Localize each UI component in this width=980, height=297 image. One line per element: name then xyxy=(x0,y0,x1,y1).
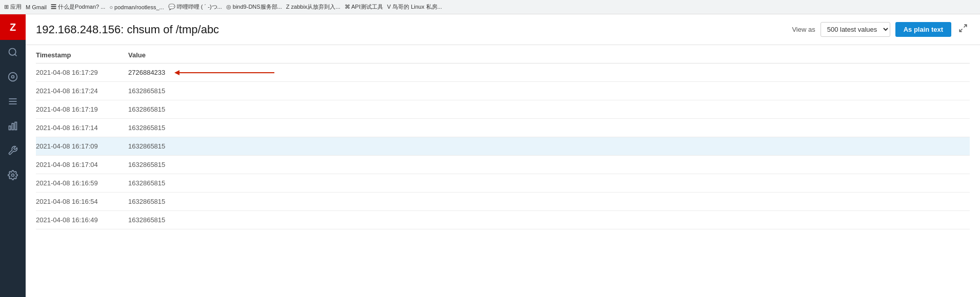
table-row: 2021-04-08 16:17:141632865815 xyxy=(36,119,970,137)
sidebar-logo[interactable]: Z xyxy=(0,14,26,40)
browser-bind9[interactable]: ◎ bind9-DNS服务部... xyxy=(226,3,282,11)
cell-value: 2726884233 xyxy=(128,63,970,82)
browser-zabbix[interactable]: Z zabbix从放弃到入... xyxy=(286,3,341,11)
data-table: Timestamp Value 2021-04-08 16:17:2927268… xyxy=(36,45,970,229)
cell-value: 1632865815 xyxy=(128,137,970,156)
table-area: Timestamp Value 2021-04-08 16:17:2927268… xyxy=(26,45,980,297)
annotation-arrow xyxy=(174,68,277,78)
highlighted-value: 2726884233 xyxy=(128,69,165,76)
browser-niaoge[interactable]: V 鸟哥的 Linux 私房... xyxy=(387,3,442,11)
cell-timestamp: 2021-04-08 16:17:24 xyxy=(36,82,128,100)
table-row: 2021-04-08 16:17:292726884233 xyxy=(36,63,970,82)
svg-point-0 xyxy=(9,49,16,55)
page-header: 192.168.248.156: chsum of /tmp/abc View … xyxy=(26,14,980,45)
table-row: 2021-04-08 16:17:191632865815 xyxy=(36,100,970,119)
sidebar-item-list[interactable] xyxy=(0,89,26,114)
page-title: 192.168.248.156: chsum of /tmp/abc xyxy=(36,23,219,36)
cell-timestamp: 2021-04-08 16:17:19 xyxy=(36,100,128,119)
table-row: 2021-04-08 16:17:091632865815 xyxy=(36,137,970,156)
svg-point-2 xyxy=(9,73,17,81)
svg-marker-14 xyxy=(174,70,179,75)
col-header-value: Value xyxy=(128,45,970,63)
cell-timestamp: 2021-04-08 16:17:04 xyxy=(36,156,128,174)
sidebar-item-wrench[interactable] xyxy=(0,138,26,163)
cell-timestamp: 2021-04-08 16:16:54 xyxy=(36,193,128,211)
cell-value: 1632865815 xyxy=(128,156,970,174)
sidebar: Z xyxy=(0,14,26,297)
table-row: 2021-04-08 16:16:491632865815 xyxy=(36,211,970,229)
col-header-timestamp: Timestamp xyxy=(36,45,128,63)
svg-point-3 xyxy=(12,76,14,78)
table-row: 2021-04-08 16:17:041632865815 xyxy=(36,156,970,174)
svg-point-10 xyxy=(12,174,14,177)
cell-timestamp: 2021-04-08 16:17:14 xyxy=(36,119,128,137)
fullscreen-button[interactable] xyxy=(956,22,970,37)
sidebar-item-monitoring[interactable] xyxy=(0,65,26,89)
sidebar-item-search[interactable] xyxy=(0,40,26,65)
svg-line-11 xyxy=(964,25,967,27)
header-controls: View as 500 latest values 100 latest val… xyxy=(792,22,970,37)
svg-rect-9 xyxy=(15,122,16,130)
svg-rect-8 xyxy=(12,123,13,130)
sidebar-item-charts[interactable] xyxy=(0,114,26,138)
cell-timestamp: 2021-04-08 16:17:09 xyxy=(36,137,128,156)
browser-apps-icon[interactable]: ⊞ 应用 xyxy=(4,3,22,11)
cell-value: 1632865815 xyxy=(128,193,970,211)
browser-bilibili[interactable]: 💬 哔哩哔哩 ( ´ -)つ... xyxy=(168,3,222,11)
cell-value: 1632865815 xyxy=(128,211,970,229)
plain-text-button[interactable]: As plain text xyxy=(895,22,951,37)
table-row: 2021-04-08 16:16:591632865815 xyxy=(36,174,970,193)
main-content: 192.168.248.156: chsum of /tmp/abc View … xyxy=(26,14,980,297)
table-row: 2021-04-08 16:16:541632865815 xyxy=(36,193,970,211)
browser-podman-rootless[interactable]: ○ podman/rootless_... xyxy=(109,4,164,10)
cell-value: 1632865815 xyxy=(128,100,970,119)
table-row: 2021-04-08 16:17:241632865815 xyxy=(36,82,970,100)
cell-timestamp: 2021-04-08 16:17:29 xyxy=(36,63,128,82)
view-select[interactable]: 500 latest values 100 latest values 50 l… xyxy=(821,22,890,37)
cell-value: 1632865815 xyxy=(128,82,970,100)
svg-line-12 xyxy=(959,29,962,32)
cell-timestamp: 2021-04-08 16:16:49 xyxy=(36,211,128,229)
browser-bar: ⊞ 应用 M Gmail ☰ 什么是Podman? ... ○ podman/r… xyxy=(0,0,980,14)
sidebar-item-settings[interactable] xyxy=(0,163,26,187)
browser-api-tool[interactable]: ⌘ API测试工具 xyxy=(345,3,383,11)
view-as-label: View as xyxy=(792,26,815,33)
cell-value: 1632865815 xyxy=(128,174,970,193)
cell-timestamp: 2021-04-08 16:16:59 xyxy=(36,174,128,193)
cell-value: 1632865815 xyxy=(128,119,970,137)
browser-gmail[interactable]: M Gmail xyxy=(26,4,47,10)
browser-podman-what[interactable]: ☰ 什么是Podman? ... xyxy=(51,3,105,11)
svg-line-1 xyxy=(15,54,17,56)
svg-rect-7 xyxy=(9,126,11,130)
